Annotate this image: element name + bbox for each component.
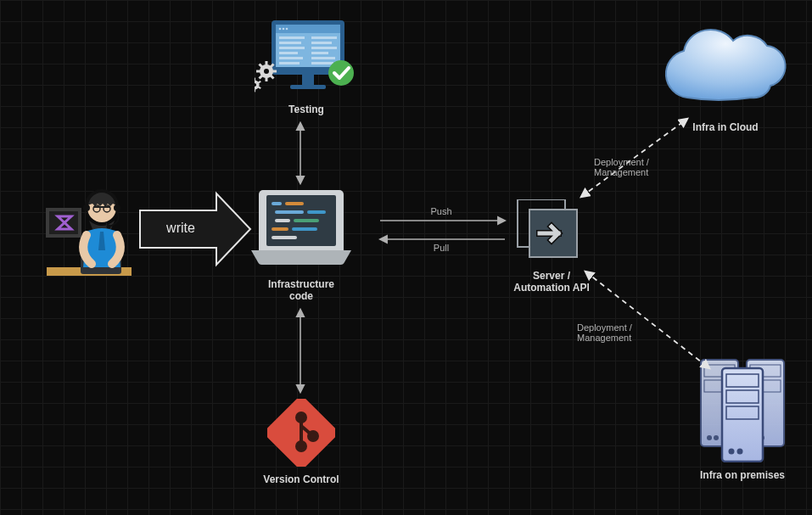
write-label: write bbox=[151, 221, 210, 236]
deploy-cloud-label: Deployment / Management bbox=[594, 157, 687, 177]
deploy-onprem-label: Deployment / Management bbox=[577, 322, 670, 343]
edge-deploy-onprem bbox=[585, 271, 709, 368]
pull-label: Pull bbox=[424, 243, 458, 253]
push-label: Push bbox=[424, 206, 458, 216]
edges-layer bbox=[0, 0, 812, 515]
